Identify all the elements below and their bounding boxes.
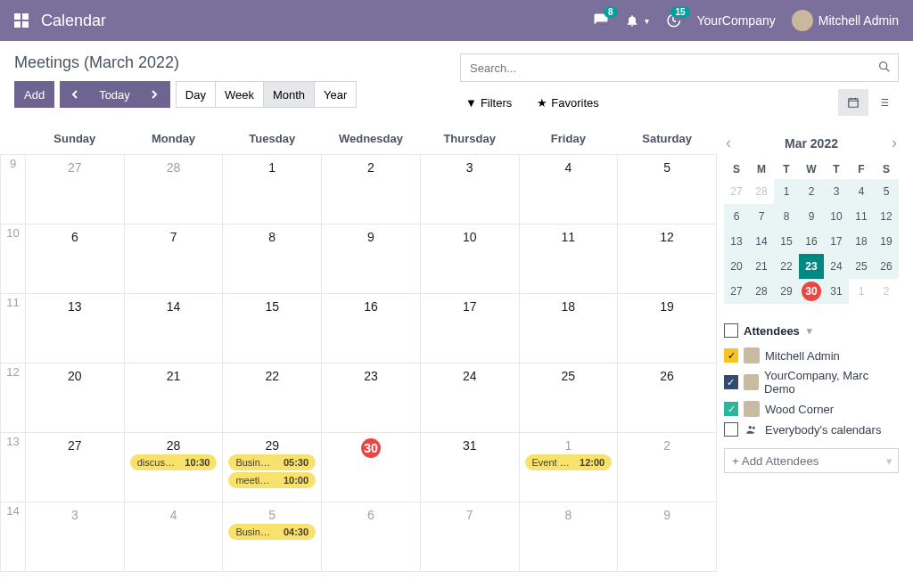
attendee-checkbox[interactable]: ✓ — [724, 348, 738, 363]
filters-button[interactable]: ▼Filters — [460, 89, 517, 116]
mini-day[interactable]: 27 — [724, 179, 749, 204]
mini-day[interactable]: 17 — [824, 229, 849, 254]
mini-day[interactable]: 2 — [874, 279, 899, 304]
day-cell[interactable]: 5Busin…04:30 — [223, 502, 322, 572]
day-cell[interactable]: 30 — [322, 433, 421, 502]
mini-day[interactable]: 7 — [749, 204, 774, 229]
day-cell[interactable]: 6 — [322, 502, 421, 572]
attendee-row[interactable]: Everybody's calendars — [724, 420, 899, 439]
day-cell[interactable]: 3 — [26, 502, 125, 572]
attendees-header[interactable]: Attendees ▾ — [724, 323, 899, 338]
mini-day[interactable]: 28 — [749, 279, 774, 304]
day-cell[interactable]: 24 — [420, 363, 519, 433]
day-cell[interactable]: 9 — [618, 502, 717, 572]
user-menu[interactable]: Mitchell Admin — [792, 10, 899, 31]
mini-day[interactable]: 30 — [799, 279, 824, 304]
day-cell[interactable]: 17 — [420, 294, 519, 363]
mini-day[interactable]: 20 — [724, 254, 749, 279]
activity-icon[interactable]: 15 — [665, 12, 681, 29]
day-cell[interactable]: 1 — [223, 155, 322, 225]
notifications-icon[interactable]: ▾ — [625, 13, 649, 28]
mini-day[interactable]: 4 — [849, 179, 874, 204]
mini-day[interactable]: 3 — [824, 179, 849, 204]
list-view-button[interactable] — [868, 89, 899, 116]
day-cell[interactable]: 16 — [322, 294, 421, 363]
attendee-row[interactable]: ✓YourCompany, Marc Demo — [724, 366, 899, 398]
day-cell[interactable]: 4 — [124, 502, 223, 572]
mini-day[interactable]: 21 — [749, 254, 774, 279]
calendar-event[interactable]: discus…10:30 — [130, 454, 218, 470]
day-cell[interactable]: 5 — [618, 155, 717, 225]
day-cell[interactable]: 11 — [519, 225, 618, 294]
mini-day[interactable]: 9 — [799, 204, 824, 229]
calendar-event[interactable]: meeti…10:00 — [228, 472, 316, 488]
mini-day[interactable]: 29 — [774, 279, 799, 304]
mini-day[interactable]: 18 — [849, 229, 874, 254]
mini-day[interactable]: 1 — [774, 179, 799, 204]
messages-icon[interactable]: 8 — [593, 12, 609, 29]
mini-next-button[interactable]: › — [892, 134, 897, 152]
day-cell[interactable]: 19 — [618, 294, 717, 363]
app-brand[interactable]: Calendar — [41, 12, 106, 30]
day-cell[interactable]: 18 — [519, 294, 618, 363]
mini-day[interactable]: 14 — [749, 229, 774, 254]
mini-day[interactable]: 22 — [774, 254, 799, 279]
view-month-button[interactable]: Month — [264, 81, 315, 108]
favorites-button[interactable]: ★Favorites — [531, 89, 604, 116]
day-cell[interactable]: 3 — [420, 155, 519, 225]
day-cell[interactable]: 8 — [519, 502, 618, 572]
day-cell[interactable]: 8 — [223, 225, 322, 294]
day-cell[interactable]: 10 — [420, 225, 519, 294]
mini-day[interactable]: 23 — [799, 254, 824, 279]
search-icon[interactable] — [877, 60, 892, 74]
add-attendees-button[interactable]: + Add Attendees — [724, 448, 899, 473]
day-cell[interactable]: 14 — [124, 294, 223, 363]
view-year-button[interactable]: Year — [315, 81, 357, 108]
mini-day[interactable]: 15 — [774, 229, 799, 254]
calendar-event[interactable]: Event …12:00 — [525, 454, 613, 470]
day-cell[interactable]: 13 — [26, 294, 125, 363]
mini-day[interactable]: 28 — [749, 179, 774, 204]
day-cell[interactable]: 15 — [223, 294, 322, 363]
day-cell[interactable]: 27 — [26, 433, 125, 502]
day-cell[interactable]: 1Event …12:00 — [519, 433, 618, 502]
add-button[interactable]: Add — [14, 81, 54, 108]
attendee-checkbox[interactable]: ✓ — [724, 375, 738, 389]
attendee-checkbox[interactable] — [724, 422, 738, 437]
day-cell[interactable]: 22 — [223, 363, 322, 433]
attendees-toggle-all[interactable] — [724, 323, 738, 338]
mini-day[interactable]: 26 — [874, 254, 899, 279]
day-cell[interactable]: 7 — [124, 225, 223, 294]
mini-prev-button[interactable]: ‹ — [726, 134, 731, 152]
mini-day[interactable]: 24 — [824, 254, 849, 279]
day-cell[interactable]: 31 — [420, 433, 519, 502]
day-cell[interactable]: 6 — [26, 225, 125, 294]
day-cell[interactable]: 27 — [26, 155, 125, 225]
day-cell[interactable]: 23 — [322, 363, 421, 433]
day-cell[interactable]: 29Busin…05:30meeti…10:00 — [223, 433, 322, 502]
mini-day[interactable]: 1 — [849, 279, 874, 304]
day-cell[interactable]: 4 — [519, 155, 618, 225]
day-cell[interactable]: 21 — [124, 363, 223, 433]
mini-day[interactable]: 5 — [874, 179, 899, 204]
mini-day[interactable]: 8 — [774, 204, 799, 229]
mini-day[interactable]: 13 — [724, 229, 749, 254]
day-cell[interactable]: 26 — [618, 363, 717, 433]
calendar-event[interactable]: Busin…05:30 — [228, 454, 316, 470]
mini-day[interactable]: 27 — [724, 279, 749, 304]
mini-day[interactable]: 6 — [724, 204, 749, 229]
view-week-button[interactable]: Week — [216, 81, 264, 108]
day-cell[interactable]: 2 — [322, 155, 421, 225]
attendee-row[interactable]: ✓Wood Corner — [724, 398, 899, 420]
day-cell[interactable]: 25 — [519, 363, 618, 433]
day-cell[interactable]: 9 — [322, 225, 421, 294]
mini-day[interactable]: 2 — [799, 179, 824, 204]
apps-icon[interactable] — [14, 13, 29, 28]
mini-day[interactable]: 16 — [799, 229, 824, 254]
calendar-view-button[interactable] — [838, 89, 868, 116]
mini-day[interactable]: 11 — [849, 204, 874, 229]
mini-day[interactable]: 10 — [824, 204, 849, 229]
today-button[interactable]: Today — [90, 81, 140, 108]
day-cell[interactable]: 20 — [26, 363, 125, 433]
day-cell[interactable]: 28discus…10:30 — [124, 433, 223, 502]
